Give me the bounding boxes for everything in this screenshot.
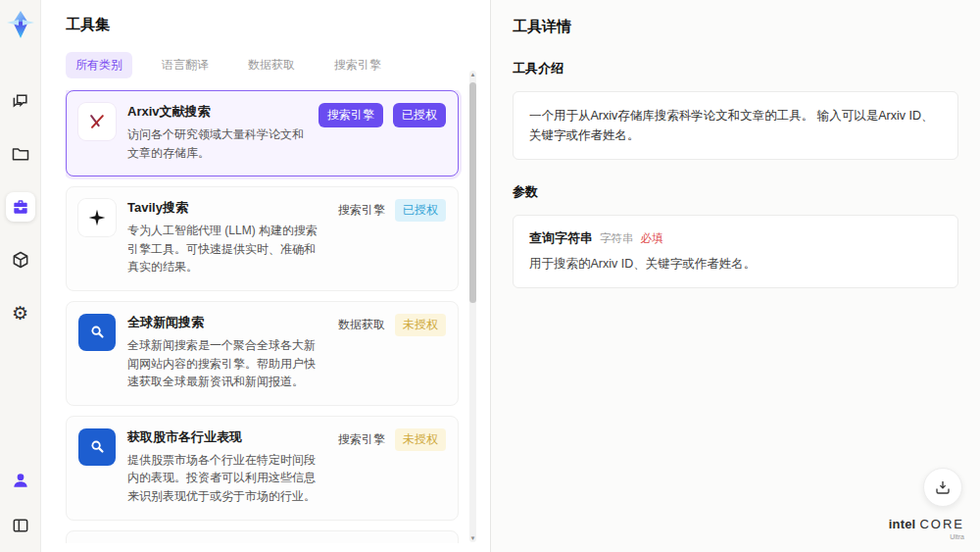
parameter-header: 查询字符串字符串必填 xyxy=(529,228,942,247)
tool-auth-badge: 已授权 xyxy=(393,103,446,127)
tool-list-item[interactable]: 获取股市各行业表现 提供股票市场各个行业在特定时间段内的表现。投资者可以利用这些… xyxy=(66,416,459,521)
sidebar-item-packages[interactable] xyxy=(6,245,35,275)
user-icon xyxy=(11,471,30,490)
brand-core-text: CORE xyxy=(919,517,964,531)
tool-list-item[interactable]: 获取市场最活跃股票信息 提供当天交易量最高的股票列表。投资者可以利用这些信息来识… xyxy=(66,530,459,543)
detail-title: 工具详情 xyxy=(513,18,958,36)
tool-list-item[interactable]: Arxiv文献搜索 访问各个研究领域大量科学论文和文章的存储库。 搜索引擎 已授… xyxy=(66,90,459,176)
folder-icon xyxy=(11,144,30,164)
scrollbar[interactable]: ▲ ▼ xyxy=(469,71,476,542)
tool-auth-badge: 未授权 xyxy=(395,428,446,451)
scroll-up-icon[interactable]: ▲ xyxy=(469,72,476,77)
app-window: ⚙ 工具集 所有类别语言翻译数据获取搜索引擎 Arxiv文献搜索 访问各个 xyxy=(0,0,980,552)
scrollbar-thumb[interactable] xyxy=(469,82,476,303)
parameter-name: 查询字符串 xyxy=(529,230,593,245)
brand-intel-text: intel xyxy=(889,517,916,531)
tool-description: 全球新闻搜索是一个聚合全球各大新闻网站内容的搜索引擎。帮助用户快速获取全球最新资… xyxy=(127,336,326,391)
tool-name: Arxiv文献搜索 xyxy=(127,103,307,121)
gear-icon: ⚙ xyxy=(12,304,28,323)
news-icon xyxy=(78,314,116,351)
intel-core-logo: intelCORE Ultra xyxy=(889,515,964,540)
tool-name: 获取股市各行业表现 xyxy=(127,428,326,446)
tavily-icon xyxy=(78,199,116,236)
app-logo-icon xyxy=(6,10,35,39)
sidebar-item-chat[interactable] xyxy=(6,86,35,116)
tool-category-label: 搜索引擎 xyxy=(338,199,385,219)
params-section-title: 参数 xyxy=(513,183,958,201)
tab-1[interactable]: 语言翻译 xyxy=(152,52,219,78)
tool-name: 全球新闻搜索 xyxy=(127,314,326,331)
collapse-panel-button[interactable] xyxy=(6,511,35,540)
news-icon xyxy=(78,428,116,466)
user-avatar-button[interactable] xyxy=(6,466,35,495)
arxiv-icon xyxy=(78,103,116,140)
tool-category-label: 数据获取 xyxy=(338,314,385,333)
tool-category-label: 搜索引擎 xyxy=(338,428,385,448)
toolbox-icon xyxy=(11,197,30,217)
page-title: 工具集 xyxy=(66,16,490,34)
tab-2[interactable]: 数据获取 xyxy=(238,52,305,78)
tool-name: Tavily搜索 xyxy=(127,199,326,217)
left-rail: ⚙ xyxy=(0,0,41,552)
download-icon xyxy=(934,478,952,496)
sidebar-item-settings[interactable]: ⚙ xyxy=(6,298,35,327)
tab-0[interactable]: 所有类别 xyxy=(66,52,132,78)
tool-auth-badge: 未授权 xyxy=(395,314,446,336)
tool-list-item[interactable]: 全球新闻搜索 全球新闻搜索是一个聚合全球各大新闻网站内容的搜索引擎。帮助用户快速… xyxy=(66,301,459,406)
parameter-card: 查询字符串字符串必填 用于搜索的Arxiv ID、关键字或作者姓名。 xyxy=(513,215,958,288)
parameter-type: 字符串 xyxy=(600,232,634,244)
scroll-down-icon[interactable]: ▼ xyxy=(469,535,476,541)
category-tabs: 所有类别语言翻译数据获取搜索引擎 xyxy=(66,52,490,78)
panel-collapse-icon xyxy=(11,516,30,535)
sidebar-item-tools[interactable] xyxy=(6,192,35,222)
download-button[interactable] xyxy=(923,468,962,507)
tab-3[interactable]: 搜索引擎 xyxy=(324,52,391,78)
tool-detail-panel: 工具详情 工具介绍 一个用于从Arxiv存储库搜索科学论文和文章的工具。 输入可… xyxy=(490,0,980,552)
tools-panel: 工具集 所有类别语言翻译数据获取搜索引擎 Arxiv文献搜索 访问各个研究领域大… xyxy=(42,0,490,552)
tool-auth-badge: 已授权 xyxy=(395,199,446,222)
cube-icon xyxy=(11,250,30,270)
parameter-required-badge: 必填 xyxy=(641,232,663,244)
tool-intro-text: 一个用于从Arxiv存储库搜索科学论文和文章的工具。 输入可以是Arxiv ID… xyxy=(513,91,958,160)
tool-list: Arxiv文献搜索 访问各个研究领域大量科学论文和文章的存储库。 搜索引擎 已授… xyxy=(66,90,490,543)
tool-description: 访问各个研究领域大量科学论文和文章的存储库。 xyxy=(127,125,307,162)
sidebar-item-files[interactable] xyxy=(6,139,35,169)
chat-icon xyxy=(11,91,30,111)
brand-sub-text: Ultra xyxy=(889,533,964,540)
tool-list-item[interactable]: Tavily搜索 专为人工智能代理 (LLM) 构建的搜索引擎工具。可快速提供实… xyxy=(66,186,459,291)
intro-section-title: 工具介绍 xyxy=(513,60,958,77)
tool-category-label: 搜索引擎 xyxy=(318,103,383,127)
parameter-description: 用于搜索的Arxiv ID、关键字或作者姓名。 xyxy=(529,256,942,273)
tool-description: 提供股票市场各个行业在特定时间段内的表现。投资者可以利用这些信息来识别表现优于或… xyxy=(127,451,326,506)
tool-description: 专为人工智能代理 (LLM) 构建的搜索引擎工具。可快速提供实时、准确和真实的结… xyxy=(127,222,326,276)
